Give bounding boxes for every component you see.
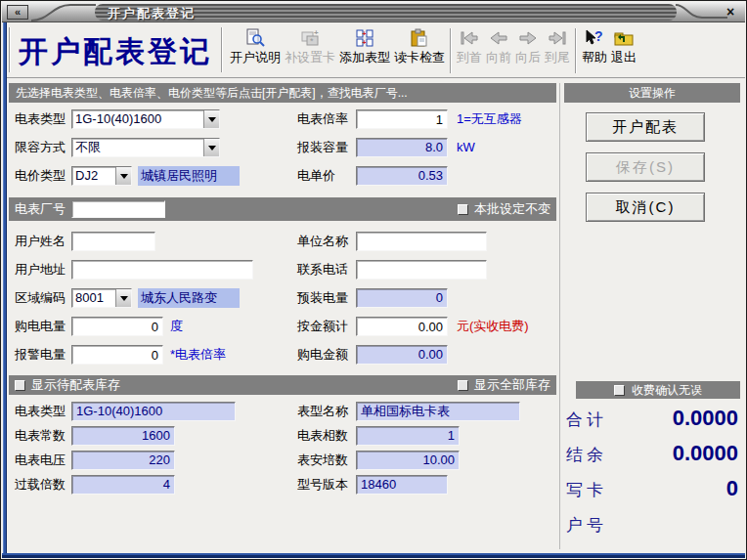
toolbar-button-label: 读卡检查 bbox=[394, 49, 445, 66]
overload-field: 4 bbox=[71, 475, 175, 495]
total-value: 0.0000 bbox=[588, 406, 738, 431]
chevron-down-icon[interactable] bbox=[115, 167, 131, 185]
go-last-button[interactable]: 到尾 bbox=[543, 27, 572, 76]
toolbar: 开户配表登记 开户说明 +* 补设置卡 ++ 添加表型 bbox=[7, 22, 745, 78]
next-arrow-icon bbox=[516, 27, 540, 49]
chevron-down-icon[interactable] bbox=[203, 110, 219, 128]
chevron-down-icon[interactable] bbox=[203, 139, 219, 156]
panel-divider bbox=[559, 83, 560, 549]
meter-type-label: 电表类型 bbox=[15, 109, 66, 129]
page-title: 开户配表登记 bbox=[19, 32, 212, 72]
toolbar-separator bbox=[450, 28, 452, 73]
help-button[interactable]: ? 帮助 bbox=[580, 27, 609, 76]
capacity-field: 8.0 bbox=[356, 138, 448, 157]
price-type-value: DJ2 bbox=[72, 167, 115, 185]
overload-label: 过载倍数 bbox=[15, 475, 66, 495]
show-all-stock-checkbox[interactable]: 显示全部库存 bbox=[458, 376, 550, 394]
go-next-button[interactable]: 向后 bbox=[513, 27, 543, 76]
toolbar-button-label: 向后 bbox=[515, 49, 541, 66]
first-arrow-icon bbox=[458, 27, 481, 49]
factory-no-input[interactable] bbox=[71, 200, 165, 218]
area-code-select[interactable]: 8001 bbox=[71, 288, 132, 308]
svg-text:+: + bbox=[314, 28, 319, 37]
capacity-unit: kW bbox=[457, 138, 475, 157]
toolbar-button-label: 补设置卡 bbox=[285, 49, 335, 66]
card-plus-icon: +* bbox=[299, 27, 321, 49]
address-label: 用户地址 bbox=[15, 260, 66, 280]
model-name-field: 单相国标电卡表 bbox=[356, 402, 520, 421]
area-code-desc: 城东人民路变 bbox=[138, 288, 240, 308]
prev-arrow-icon bbox=[487, 27, 510, 49]
open-account-help-button[interactable]: 开户说明 bbox=[228, 27, 283, 76]
area-code-value: 8001 bbox=[72, 289, 115, 307]
ampere-label: 表安培数 bbox=[297, 451, 348, 470]
user-name-input[interactable] bbox=[71, 232, 155, 251]
by-amount-label: 按金额计 bbox=[297, 317, 348, 336]
org-name-input[interactable] bbox=[356, 232, 487, 251]
buy-energy-input[interactable] bbox=[71, 317, 163, 336]
checkbox-icon[interactable] bbox=[614, 385, 625, 396]
toolbar-button-label: 向前 bbox=[486, 49, 511, 66]
buy-amount-field: 0.00 bbox=[356, 345, 448, 365]
address-input[interactable] bbox=[71, 260, 253, 280]
close-icon[interactable]: × bbox=[723, 4, 738, 20]
account-no-label: 户号 bbox=[566, 514, 607, 537]
svg-text:+: + bbox=[363, 30, 367, 37]
preset-energy-label: 预装电量 bbox=[297, 288, 348, 308]
capacity-label: 报装容量 bbox=[297, 138, 348, 157]
meter-constant-label: 电表常数 bbox=[15, 426, 66, 446]
read-card-check-button[interactable]: 读卡检查 bbox=[392, 27, 447, 76]
window-left-edge bbox=[2, 22, 7, 553]
open-account-config-button[interactable]: 开户配表 bbox=[586, 112, 705, 142]
buy-energy-unit: 度 bbox=[170, 317, 183, 336]
balance-value: 0.0000 bbox=[588, 441, 738, 466]
meter-type-value: 1G-10(40)1600 bbox=[72, 110, 203, 128]
meter-type-select[interactable]: 1G-10(40)1600 bbox=[71, 109, 220, 129]
factory-no-bar: 电表厂号 本批设定不变 bbox=[9, 197, 556, 221]
checkbox-icon[interactable] bbox=[458, 204, 468, 215]
app-window: « 开户配表登记 × 开户配表登记 开户说明 +* 补设置卡 bbox=[0, 0, 747, 560]
phone-input[interactable] bbox=[356, 260, 487, 280]
panel-header-text: 设置操作 bbox=[629, 85, 676, 102]
batch-fixed-label: 本批设定不变 bbox=[474, 200, 550, 218]
save-button[interactable]: 保存(S) bbox=[586, 152, 705, 182]
price-type-select[interactable]: DJ2 bbox=[71, 166, 132, 186]
toolbar-button-label: 到尾 bbox=[545, 49, 570, 66]
show-all-stock-label: 显示全部库存 bbox=[474, 376, 550, 394]
toolbar-button-label: 帮助 bbox=[582, 49, 607, 66]
preset-energy-field: 0 bbox=[356, 288, 448, 308]
add-meter-model-button[interactable]: ++ 添加表型 bbox=[337, 27, 392, 76]
unit-price-label: 电单价 bbox=[297, 166, 335, 186]
go-first-button[interactable]: 到首 bbox=[455, 27, 484, 76]
stock-bar: 显示待配表库存 显示全部库存 bbox=[9, 375, 556, 395]
chevron-down-icon[interactable] bbox=[115, 289, 131, 307]
meter-ratio-label: 电表倍率 bbox=[297, 109, 348, 129]
ampere-field: 10.00 bbox=[356, 451, 460, 470]
supplement-card-button[interactable]: +* 补设置卡 bbox=[283, 27, 337, 76]
limit-mode-select[interactable]: 不限 bbox=[71, 138, 220, 157]
instruction-bar: 先选择电表类型、电表倍率、电价类型等后点击[开户配表]，查找电表厂号... bbox=[9, 83, 556, 103]
inv-meter-type-label: 电表类型 bbox=[15, 402, 66, 421]
meter-ratio-input[interactable] bbox=[356, 109, 448, 129]
model-version-label: 型号版本 bbox=[297, 475, 348, 495]
cancel-button[interactable]: 取消(C) bbox=[586, 193, 705, 222]
limit-mode-value: 不限 bbox=[72, 139, 203, 156]
checkbox-icon[interactable] bbox=[458, 380, 468, 391]
fee-confirm-bar: 收费确认无误 bbox=[576, 381, 740, 399]
meter-ratio-hint: 1=无互感器 bbox=[457, 109, 522, 129]
checkbox-icon[interactable] bbox=[15, 380, 25, 391]
voltage-label: 电表电压 bbox=[15, 451, 66, 470]
clipboard-icon bbox=[410, 27, 429, 49]
help-icon: ? bbox=[584, 27, 605, 49]
go-previous-button[interactable]: 向前 bbox=[484, 27, 513, 76]
alarm-energy-input[interactable] bbox=[71, 345, 163, 365]
price-type-label: 电价类型 bbox=[15, 166, 66, 186]
batch-fixed-checkbox[interactable]: 本批设定不变 bbox=[458, 200, 550, 218]
buy-amount-label: 购电金额 bbox=[297, 345, 348, 365]
exit-button[interactable]: 退出 bbox=[609, 27, 638, 76]
exit-folder-icon bbox=[613, 27, 635, 49]
by-amount-input[interactable] bbox=[356, 317, 448, 336]
titlebar-stripe: 开户配表登记 bbox=[95, 4, 677, 21]
show-pending-stock-checkbox[interactable]: 显示待配表库存 bbox=[15, 376, 120, 394]
toolbar-separator bbox=[575, 28, 577, 73]
